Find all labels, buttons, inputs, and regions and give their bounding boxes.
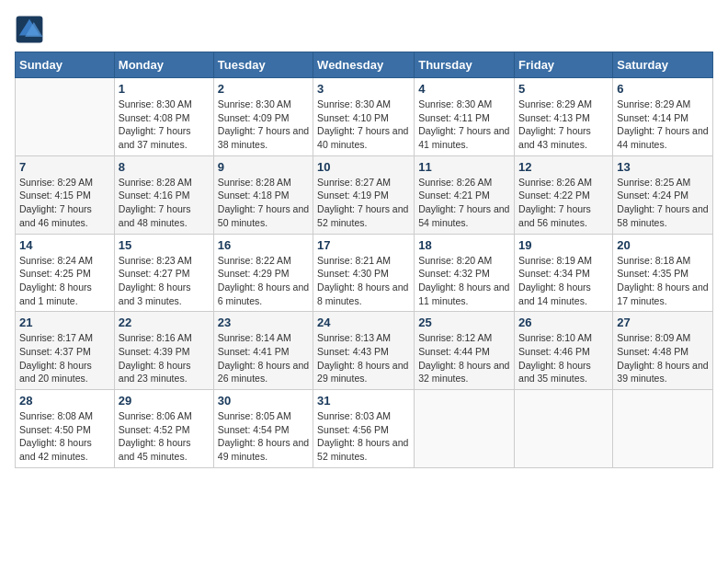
day-cell: 17Sunrise: 8:21 AMSunset: 4:30 PMDayligh…	[313, 234, 415, 312]
day-cell: 1Sunrise: 8:30 AMSunset: 4:08 PMDaylight…	[114, 78, 213, 156]
day-info: Sunrise: 8:18 AMSunset: 4:35 PMDaylight:…	[617, 254, 709, 308]
day-cell: 29Sunrise: 8:06 AMSunset: 4:52 PMDayligh…	[114, 390, 213, 468]
day-info: Sunrise: 8:28 AMSunset: 4:16 PMDaylight:…	[119, 176, 210, 230]
logo	[15, 15, 48, 44]
day-cell: 3Sunrise: 8:30 AMSunset: 4:10 PMDaylight…	[313, 78, 415, 156]
day-number: 7	[19, 160, 110, 174]
day-info: Sunrise: 8:26 AMSunset: 4:22 PMDaylight:…	[518, 176, 609, 230]
day-cell	[16, 78, 115, 156]
day-cell: 30Sunrise: 8:05 AMSunset: 4:54 PMDayligh…	[213, 390, 313, 468]
day-info: Sunrise: 8:03 AMSunset: 4:56 PMDaylight:…	[317, 409, 410, 464]
day-info: Sunrise: 8:27 AMSunset: 4:19 PMDaylight:…	[317, 176, 410, 230]
day-info: Sunrise: 8:19 AMSunset: 4:34 PMDaylight:…	[518, 254, 609, 308]
day-number: 14	[19, 238, 110, 252]
day-info: Sunrise: 8:12 AMSunset: 4:44 PMDaylight:…	[418, 331, 510, 385]
day-cell: 11Sunrise: 8:26 AMSunset: 4:21 PMDayligh…	[415, 155, 515, 234]
day-number: 22	[119, 316, 210, 329]
week-row-2: 7Sunrise: 8:29 AMSunset: 4:15 PMDaylight…	[16, 155, 713, 234]
day-cell	[415, 390, 515, 468]
day-cell: 20Sunrise: 8:18 AMSunset: 4:35 PMDayligh…	[613, 234, 713, 312]
col-header-tuesday: Tuesday	[213, 52, 313, 78]
day-info: Sunrise: 8:29 AMSunset: 4:15 PMDaylight:…	[19, 176, 110, 230]
day-number: 26	[518, 316, 609, 329]
week-row-1: 1Sunrise: 8:30 AMSunset: 4:08 PMDaylight…	[16, 78, 713, 156]
day-cell: 9Sunrise: 8:28 AMSunset: 4:18 PMDaylight…	[213, 155, 313, 234]
header-row: SundayMondayTuesdayWednesdayThursdayFrid…	[16, 52, 713, 78]
day-info: Sunrise: 8:22 AMSunset: 4:29 PMDaylight:…	[218, 254, 309, 308]
day-info: Sunrise: 8:09 AMSunset: 4:48 PMDaylight:…	[617, 331, 709, 385]
day-number: 3	[317, 82, 410, 96]
day-info: Sunrise: 8:14 AMSunset: 4:41 PMDaylight:…	[218, 331, 309, 385]
week-row-5: 28Sunrise: 8:08 AMSunset: 4:50 PMDayligh…	[16, 390, 713, 468]
day-number: 30	[218, 394, 309, 408]
day-cell	[515, 390, 613, 468]
day-cell: 23Sunrise: 8:14 AMSunset: 4:41 PMDayligh…	[213, 312, 313, 390]
day-number: 28	[19, 394, 110, 408]
day-info: Sunrise: 8:08 AMSunset: 4:50 PMDaylight:…	[19, 409, 110, 464]
col-header-sunday: Sunday	[16, 52, 115, 78]
day-cell: 6Sunrise: 8:29 AMSunset: 4:14 PMDaylight…	[613, 78, 713, 156]
col-header-saturday: Saturday	[613, 52, 713, 78]
day-info: Sunrise: 8:16 AMSunset: 4:39 PMDaylight:…	[119, 331, 210, 385]
day-cell: 10Sunrise: 8:27 AMSunset: 4:19 PMDayligh…	[313, 155, 415, 234]
day-cell: 18Sunrise: 8:20 AMSunset: 4:32 PMDayligh…	[415, 234, 515, 312]
col-header-thursday: Thursday	[415, 52, 515, 78]
day-number: 13	[617, 160, 709, 174]
day-number: 5	[518, 82, 609, 96]
day-info: Sunrise: 8:29 AMSunset: 4:13 PMDaylight:…	[518, 98, 609, 152]
day-cell: 19Sunrise: 8:19 AMSunset: 4:34 PMDayligh…	[515, 234, 613, 312]
day-cell: 25Sunrise: 8:12 AMSunset: 4:44 PMDayligh…	[415, 312, 515, 390]
day-cell: 22Sunrise: 8:16 AMSunset: 4:39 PMDayligh…	[114, 312, 213, 390]
day-number: 2	[218, 82, 309, 96]
day-number: 16	[218, 238, 309, 252]
day-cell: 2Sunrise: 8:30 AMSunset: 4:09 PMDaylight…	[213, 78, 313, 156]
day-number: 8	[119, 160, 210, 174]
day-info: Sunrise: 8:06 AMSunset: 4:52 PMDaylight:…	[119, 409, 210, 464]
day-cell: 31Sunrise: 8:03 AMSunset: 4:56 PMDayligh…	[313, 390, 415, 468]
week-row-3: 14Sunrise: 8:24 AMSunset: 4:25 PMDayligh…	[16, 234, 713, 312]
day-info: Sunrise: 8:17 AMSunset: 4:37 PMDaylight:…	[19, 331, 110, 385]
day-number: 20	[617, 238, 709, 252]
day-info: Sunrise: 8:10 AMSunset: 4:46 PMDaylight:…	[518, 331, 609, 385]
col-header-friday: Friday	[515, 52, 613, 78]
day-cell	[613, 390, 713, 468]
day-number: 11	[418, 160, 510, 174]
day-cell: 21Sunrise: 8:17 AMSunset: 4:37 PMDayligh…	[16, 312, 115, 390]
day-info: Sunrise: 8:30 AMSunset: 4:10 PMDaylight:…	[317, 98, 410, 152]
day-number: 10	[317, 160, 410, 174]
day-info: Sunrise: 8:26 AMSunset: 4:21 PMDaylight:…	[418, 176, 510, 230]
day-cell: 12Sunrise: 8:26 AMSunset: 4:22 PMDayligh…	[515, 155, 613, 234]
day-number: 17	[317, 238, 410, 252]
day-info: Sunrise: 8:30 AMSunset: 4:08 PMDaylight:…	[119, 98, 210, 152]
day-number: 19	[518, 238, 609, 252]
day-info: Sunrise: 8:20 AMSunset: 4:32 PMDaylight:…	[418, 254, 510, 308]
day-cell: 16Sunrise: 8:22 AMSunset: 4:29 PMDayligh…	[213, 234, 313, 312]
day-number: 9	[218, 160, 309, 174]
col-header-monday: Monday	[114, 52, 213, 78]
day-info: Sunrise: 8:13 AMSunset: 4:43 PMDaylight:…	[317, 331, 410, 385]
day-cell: 24Sunrise: 8:13 AMSunset: 4:43 PMDayligh…	[313, 312, 415, 390]
day-number: 27	[617, 316, 709, 329]
day-info: Sunrise: 8:25 AMSunset: 4:24 PMDaylight:…	[617, 176, 709, 230]
day-cell: 8Sunrise: 8:28 AMSunset: 4:16 PMDaylight…	[114, 155, 213, 234]
day-cell: 13Sunrise: 8:25 AMSunset: 4:24 PMDayligh…	[613, 155, 713, 234]
day-info: Sunrise: 8:30 AMSunset: 4:09 PMDaylight:…	[218, 98, 309, 152]
day-cell: 7Sunrise: 8:29 AMSunset: 4:15 PMDaylight…	[16, 155, 115, 234]
day-cell: 27Sunrise: 8:09 AMSunset: 4:48 PMDayligh…	[613, 312, 713, 390]
calendar-table: SundayMondayTuesdayWednesdayThursdayFrid…	[15, 52, 713, 468]
day-info: Sunrise: 8:23 AMSunset: 4:27 PMDaylight:…	[119, 254, 210, 308]
day-number: 24	[317, 316, 410, 329]
day-info: Sunrise: 8:29 AMSunset: 4:14 PMDaylight:…	[617, 98, 709, 152]
logo-icon	[15, 15, 44, 44]
day-number: 1	[119, 82, 210, 96]
day-cell: 15Sunrise: 8:23 AMSunset: 4:27 PMDayligh…	[114, 234, 213, 312]
day-info: Sunrise: 8:24 AMSunset: 4:25 PMDaylight:…	[19, 254, 110, 308]
day-number: 6	[617, 82, 709, 96]
day-number: 31	[317, 394, 410, 408]
day-number: 12	[518, 160, 609, 174]
day-info: Sunrise: 8:05 AMSunset: 4:54 PMDaylight:…	[218, 409, 309, 464]
day-number: 15	[119, 238, 210, 252]
day-info: Sunrise: 8:30 AMSunset: 4:11 PMDaylight:…	[418, 98, 510, 152]
day-cell: 14Sunrise: 8:24 AMSunset: 4:25 PMDayligh…	[16, 234, 115, 312]
day-number: 25	[418, 316, 510, 329]
